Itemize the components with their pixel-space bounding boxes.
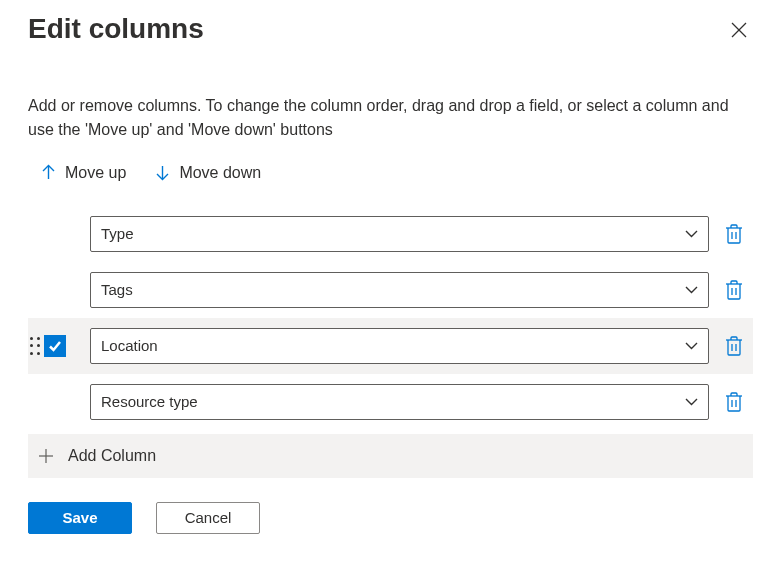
column-select[interactable]: Tags <box>90 272 709 308</box>
plus-icon <box>38 448 54 464</box>
delete-column-button[interactable] <box>715 384 753 420</box>
dialog-title: Edit columns <box>28 12 204 46</box>
drag-handle-icon[interactable] <box>30 337 40 355</box>
trash-icon <box>725 224 743 244</box>
save-button[interactable]: Save <box>28 502 132 534</box>
column-row[interactable]: Tags <box>28 262 753 318</box>
column-value: Type <box>101 225 134 242</box>
move-down-button[interactable]: Move down <box>154 164 261 182</box>
column-value: Location <box>101 337 158 354</box>
delete-column-button[interactable] <box>715 328 753 364</box>
move-toolbar: Move up Move down <box>40 164 753 182</box>
row-checkbox[interactable] <box>44 335 66 357</box>
chevron-down-icon <box>685 395 698 408</box>
close-button[interactable] <box>725 16 753 44</box>
column-select[interactable]: Location <box>90 328 709 364</box>
dialog-header: Edit columns <box>28 12 753 46</box>
column-row[interactable]: Location <box>28 318 753 374</box>
arrow-up-icon <box>40 164 57 181</box>
trash-icon <box>725 336 743 356</box>
delete-column-button[interactable] <box>715 216 753 252</box>
checkmark-icon <box>48 339 62 353</box>
edit-columns-dialog: Edit columns Add or remove columns. To c… <box>0 0 781 554</box>
column-row[interactable]: Type <box>28 206 753 262</box>
column-value: Resource type <box>101 393 198 410</box>
chevron-down-icon <box>685 339 698 352</box>
dialog-description: Add or remove columns. To change the col… <box>28 94 753 142</box>
move-down-label: Move down <box>179 164 261 182</box>
column-value: Tags <box>101 281 133 298</box>
add-column-button[interactable]: Add Column <box>28 434 753 478</box>
trash-icon <box>725 392 743 412</box>
column-select[interactable]: Resource type <box>90 384 709 420</box>
move-up-button[interactable]: Move up <box>40 164 126 182</box>
move-up-label: Move up <box>65 164 126 182</box>
trash-icon <box>725 280 743 300</box>
add-column-label: Add Column <box>68 447 156 465</box>
chevron-down-icon <box>685 283 698 296</box>
close-icon <box>730 21 748 39</box>
cancel-button[interactable]: Cancel <box>156 502 260 534</box>
column-list: Type Tags <box>28 206 753 430</box>
arrow-down-icon <box>154 164 171 181</box>
delete-column-button[interactable] <box>715 272 753 308</box>
column-select[interactable]: Type <box>90 216 709 252</box>
dialog-footer: Save Cancel <box>28 502 753 534</box>
row-lead <box>28 335 90 357</box>
chevron-down-icon <box>685 227 698 240</box>
column-row[interactable]: Resource type <box>28 374 753 430</box>
